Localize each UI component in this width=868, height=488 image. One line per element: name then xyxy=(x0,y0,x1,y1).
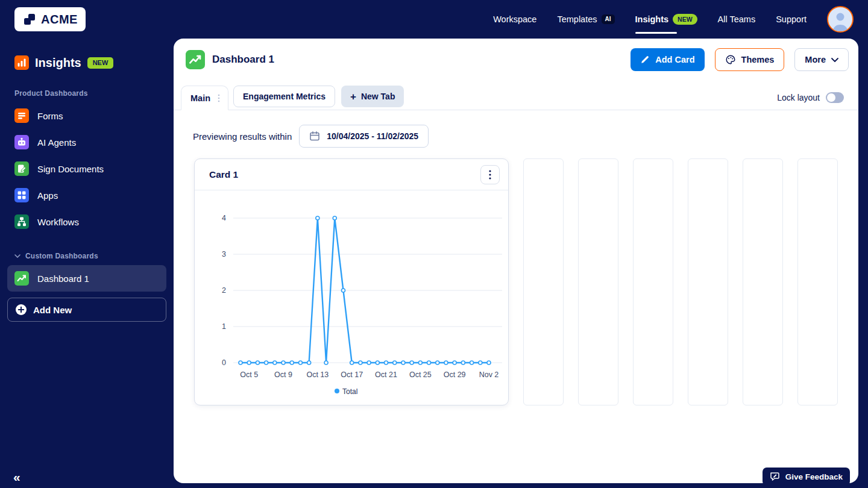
sidebar-title: Insights xyxy=(35,56,81,70)
kebab-icon xyxy=(489,170,491,180)
page-title: Dashboard 1 xyxy=(212,54,631,66)
date-range-picker[interactable]: 10/04/2025 - 11/02/2025 xyxy=(299,125,429,148)
forms-icon xyxy=(14,108,29,123)
sidebar-item-label: Dashboard 1 xyxy=(37,274,89,284)
section-product-dashboards: Product Dashboards xyxy=(7,89,166,98)
add-new-button[interactable]: Add New xyxy=(7,298,166,322)
sidebar-collapse-button[interactable]: « xyxy=(13,471,20,483)
tabs-row: Main Engagement Metrics + New Tab Lock l… xyxy=(174,86,858,110)
feedback-icon xyxy=(770,472,781,481)
date-range-value: 10/04/2025 - 11/02/2025 xyxy=(327,131,418,141)
calendar-icon xyxy=(309,131,320,142)
svg-text:Oct 9: Oct 9 xyxy=(274,371,292,379)
sidebar-item-label: Forms xyxy=(37,111,63,121)
plus-circle-icon xyxy=(15,304,27,316)
svg-text:Oct 21: Oct 21 xyxy=(375,371,397,379)
lock-layout-row: Lock layout xyxy=(777,92,844,103)
avatar[interactable] xyxy=(827,6,854,33)
palette-icon xyxy=(725,54,736,65)
sidebar-item-forms[interactable]: Forms xyxy=(7,102,166,129)
more-button[interactable]: More xyxy=(794,48,849,71)
chevron-down-icon xyxy=(14,254,20,258)
card-chart: 01234Oct 5Oct 9Oct 13Oct 17Oct 21Oct 25O… xyxy=(195,190,508,405)
svg-text:0: 0 xyxy=(222,358,226,367)
svg-text:Oct 17: Oct 17 xyxy=(341,371,363,379)
svg-text:Total: Total xyxy=(342,387,357,396)
empty-grid-slot xyxy=(688,158,728,405)
empty-grid-slot xyxy=(797,158,838,405)
chevron-down-icon xyxy=(831,58,838,62)
lock-layout-label: Lock layout xyxy=(777,93,820,102)
dashboard-grid: Card 1 01234Oct 5Oct 9Oct 13Oct 17Oct 21… xyxy=(174,148,858,405)
empty-grid-slot xyxy=(523,158,564,405)
sidebar: Insights NEW Product Dashboards Forms AI… xyxy=(0,39,174,488)
top-nav: ACME Workspace Templates AI Insights NEW… xyxy=(0,0,868,39)
empty-grid-slot xyxy=(578,158,618,405)
svg-text:Nov 2: Nov 2 xyxy=(479,371,499,379)
ai-badge: AI xyxy=(602,14,615,24)
sidebar-item-sign-documents[interactable]: Sign Documents xyxy=(7,155,166,182)
nav-links: Workspace Templates AI Insights NEW All … xyxy=(493,6,854,33)
svg-text:Oct 5: Oct 5 xyxy=(240,371,258,379)
sidebar-item-workflows[interactable]: Workflows xyxy=(7,208,166,235)
preview-row: Previewing results within 10/04/2025 - 1… xyxy=(174,110,858,148)
sidebar-item-label: Workflows xyxy=(37,217,79,227)
dashboard-header-icon xyxy=(186,50,205,69)
nav-templates[interactable]: Templates AI xyxy=(557,14,614,24)
svg-text:2: 2 xyxy=(222,286,226,295)
svg-text:Oct 13: Oct 13 xyxy=(306,371,329,379)
svg-text:Oct 29: Oct 29 xyxy=(444,371,466,379)
pencil-icon xyxy=(640,55,650,64)
plus-icon: + xyxy=(350,92,356,102)
themes-button[interactable]: Themes xyxy=(715,48,785,71)
svg-text:1: 1 xyxy=(222,322,226,331)
acme-logo-icon xyxy=(22,12,37,27)
preview-label: Previewing results within xyxy=(193,131,292,142)
lock-layout-toggle[interactable] xyxy=(826,92,844,103)
nav-support[interactable]: Support xyxy=(776,14,807,24)
person-icon xyxy=(828,8,852,31)
main-panel: Dashboard 1 Add Card Themes More xyxy=(174,39,858,483)
drag-handle-icon[interactable] xyxy=(218,94,220,102)
tab-engagement-metrics[interactable]: Engagement Metrics xyxy=(233,86,335,107)
nav-all-teams[interactable]: All Teams xyxy=(718,14,756,24)
svg-text:Oct 25: Oct 25 xyxy=(409,371,432,379)
header-actions: Add Card Themes More xyxy=(631,48,849,71)
nav-workspace[interactable]: Workspace xyxy=(493,14,536,24)
empty-grid-slot xyxy=(743,158,783,405)
insights-icon xyxy=(14,55,29,70)
section-custom-dashboards[interactable]: Custom Dashboards xyxy=(7,252,166,260)
panel-header: Dashboard 1 Add Card Themes More xyxy=(174,39,858,71)
acme-logo[interactable]: ACME xyxy=(14,7,86,31)
card-title: Card 1 xyxy=(209,169,238,180)
sidebar-item-label: AI Agents xyxy=(37,137,76,148)
ai-agents-icon xyxy=(14,135,29,149)
card-1: Card 1 01234Oct 5Oct 9Oct 13Oct 17Oct 21… xyxy=(194,158,509,405)
sidebar-item-dashboard-1[interactable]: Dashboard 1 xyxy=(7,265,166,292)
dashboard-icon xyxy=(14,271,29,286)
new-tab-button[interactable]: + New Tab xyxy=(341,86,404,107)
new-badge: NEW xyxy=(673,14,697,25)
sidebar-item-label: Apps xyxy=(37,190,58,201)
nav-insights[interactable]: Insights NEW xyxy=(635,14,697,25)
svg-text:3: 3 xyxy=(222,250,226,258)
sign-documents-icon xyxy=(14,161,29,176)
brand-name: ACME xyxy=(41,13,78,27)
card-header: Card 1 xyxy=(195,159,508,190)
empty-grid-slot xyxy=(633,158,673,405)
line-chart: 01234Oct 5Oct 9Oct 13Oct 17Oct 21Oct 25O… xyxy=(195,190,508,405)
sidebar-item-label: Sign Documents xyxy=(37,164,104,174)
sidebar-item-apps[interactable]: Apps xyxy=(7,182,166,208)
add-card-button[interactable]: Add Card xyxy=(631,48,704,71)
svg-text:4: 4 xyxy=(222,214,226,222)
sidebar-new-badge: NEW xyxy=(87,57,114,69)
card-menu-button[interactable] xyxy=(480,165,500,184)
sidebar-title-row: Insights NEW xyxy=(7,51,166,75)
tab-main[interactable]: Main xyxy=(181,86,228,110)
workflows-icon xyxy=(14,214,29,229)
apps-icon xyxy=(14,188,29,202)
give-feedback-button[interactable]: Give Feedback xyxy=(763,468,850,486)
sidebar-item-ai-agents[interactable]: AI Agents xyxy=(7,129,166,155)
